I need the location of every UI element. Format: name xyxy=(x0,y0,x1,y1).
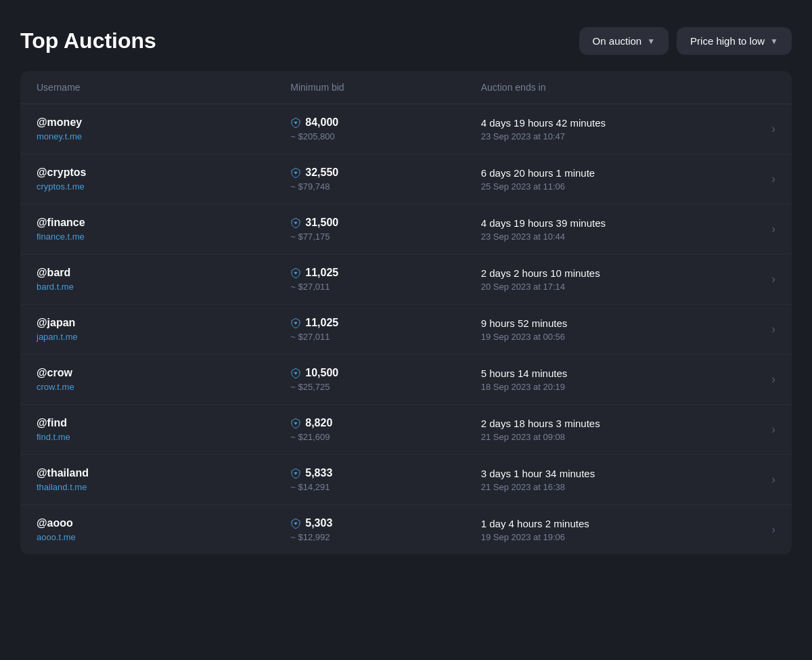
bid-cell: 10,500 ~ $25,725 xyxy=(290,367,480,392)
auction-time: 2 days 18 hours 3 minutes xyxy=(481,418,735,429)
ton-icon xyxy=(290,267,301,278)
auction-date: 23 Sep 2023 at 10:47 xyxy=(481,131,735,141)
userlink: finance.t.me xyxy=(37,232,290,242)
userlink: japan.t.me xyxy=(37,332,290,342)
bid-ton-amount: 11,025 xyxy=(305,267,338,279)
sort-chevron-icon: ▼ xyxy=(770,37,778,46)
bid-cell: 5,303 ~ $12,992 xyxy=(290,517,480,542)
username-cell: @cryptos cryptos.t.me xyxy=(37,167,290,192)
username-cell: @money money.t.me xyxy=(37,116,290,141)
bid-amount: 84,000 xyxy=(290,116,480,129)
filter-label: On auction xyxy=(593,35,642,47)
bid-ton-amount: 84,000 xyxy=(305,116,338,129)
ton-icon xyxy=(290,167,301,178)
username: @thailand xyxy=(37,467,290,479)
userlink: find.t.me xyxy=(37,432,290,442)
row-chevron-icon: › xyxy=(771,122,775,136)
bid-usd: ~ $27,011 xyxy=(290,332,480,342)
userlink: bard.t.me xyxy=(37,282,290,292)
auction-cell: 4 days 19 hours 39 minutes 23 Sep 2023 a… xyxy=(481,217,735,242)
table-row[interactable]: @japan japan.t.me 11,025 ~ $27,011 9 hou… xyxy=(20,305,792,355)
table-row[interactable]: @bard bard.t.me 11,025 ~ $27,011 2 days … xyxy=(20,255,792,305)
auction-date: 21 Sep 2023 at 09:08 xyxy=(481,432,735,442)
col-auction-ends: Auction ends in xyxy=(481,82,735,93)
bid-usd: ~ $79,748 xyxy=(290,181,480,192)
table-body: @money money.t.me 84,000 ~ $205,800 4 da… xyxy=(20,104,792,554)
auction-cell: 6 days 20 hours 1 minute 25 Sep 2023 at … xyxy=(481,167,735,192)
bid-ton-amount: 31,500 xyxy=(305,217,338,229)
header-controls: On auction ▼ Price high to low ▼ xyxy=(579,27,792,55)
auction-date: 23 Sep 2023 at 10:44 xyxy=(481,232,735,242)
username: @japan xyxy=(37,317,290,329)
username-cell: @find find.t.me xyxy=(37,417,290,442)
auction-date: 19 Sep 2023 at 19:06 xyxy=(481,532,735,542)
auction-time: 5 hours 14 minutes xyxy=(481,368,735,379)
username: @bard xyxy=(37,267,290,279)
auction-cell: 5 hours 14 minutes 18 Sep 2023 at 20:19 xyxy=(481,368,735,392)
bid-ton-amount: 5,303 xyxy=(305,517,332,529)
auction-cell: 3 days 1 hour 34 minutes 21 Sep 2023 at … xyxy=(481,468,735,492)
table-row[interactable]: @cryptos cryptos.t.me 32,550 ~ $79,748 6… xyxy=(20,154,792,204)
username-cell: @bard bard.t.me xyxy=(37,267,290,292)
table-row[interactable]: @finance finance.t.me 31,500 ~ $77,175 4… xyxy=(20,204,792,255)
bid-cell: 11,025 ~ $27,011 xyxy=(290,317,480,342)
bid-ton-amount: 32,550 xyxy=(305,167,338,179)
bid-cell: 84,000 ~ $205,800 xyxy=(290,116,480,141)
bid-cell: 32,550 ~ $79,748 xyxy=(290,167,480,192)
auction-time: 3 days 1 hour 34 minutes xyxy=(481,468,735,479)
row-chevron-icon: › xyxy=(771,172,775,186)
ton-icon xyxy=(290,217,301,228)
auction-cell: 9 hours 52 minutes 19 Sep 2023 at 00:56 xyxy=(481,317,735,342)
bid-cell: 31,500 ~ $77,175 xyxy=(290,217,480,242)
userlink: crow.t.me xyxy=(37,382,290,392)
auction-time: 4 days 19 hours 39 minutes xyxy=(481,217,735,229)
bid-amount: 11,025 xyxy=(290,317,480,329)
bid-usd: ~ $77,175 xyxy=(290,232,480,242)
page-title: Top Auctions xyxy=(20,28,156,53)
bid-amount: 11,025 xyxy=(290,267,480,279)
col-action xyxy=(735,82,775,93)
bid-amount: 10,500 xyxy=(290,367,480,379)
userlink: money.t.me xyxy=(37,131,290,141)
row-chevron-icon: › xyxy=(771,523,775,537)
row-chevron-icon: › xyxy=(771,322,775,336)
username: @crow xyxy=(37,367,290,379)
auction-time: 6 days 20 hours 1 minute xyxy=(481,167,735,179)
auction-time: 1 day 4 hours 2 minutes xyxy=(481,518,735,529)
row-chevron-icon: › xyxy=(771,472,775,487)
table-header: Username Minimum bid Auction ends in xyxy=(20,71,792,104)
filter-dropdown[interactable]: On auction ▼ xyxy=(579,27,669,55)
auction-cell: 2 days 18 hours 3 minutes 21 Sep 2023 at… xyxy=(481,418,735,442)
page-header: Top Auctions On auction ▼ Price high to … xyxy=(20,27,792,55)
username: @finance xyxy=(37,217,290,229)
row-chevron-icon: › xyxy=(771,272,775,286)
table-row[interactable]: @thailand thailand.t.me 5,833 ~ $14,291 … xyxy=(20,455,792,505)
row-chevron-icon: › xyxy=(771,372,775,387)
col-min-bid: Minimum bid xyxy=(290,82,480,93)
row-chevron-icon: › xyxy=(771,422,775,437)
ton-icon xyxy=(290,418,301,428)
username-cell: @aooo aooo.t.me xyxy=(37,517,290,542)
bid-usd: ~ $14,291 xyxy=(290,482,480,492)
bid-usd: ~ $21,609 xyxy=(290,432,480,442)
table-row[interactable]: @money money.t.me 84,000 ~ $205,800 4 da… xyxy=(20,104,792,154)
table-row[interactable]: @crow crow.t.me 10,500 ~ $25,725 5 hours… xyxy=(20,355,792,405)
auction-cell: 4 days 19 hours 42 minutes 23 Sep 2023 a… xyxy=(481,117,735,141)
username: @money xyxy=(37,116,290,129)
ton-icon xyxy=(290,468,301,479)
sort-dropdown[interactable]: Price high to low ▼ xyxy=(677,27,792,55)
bid-amount: 31,500 xyxy=(290,217,480,229)
auction-time: 9 hours 52 minutes xyxy=(481,317,735,329)
table-row[interactable]: @find find.t.me 8,820 ~ $21,609 2 days 1… xyxy=(20,405,792,455)
bid-amount: 8,820 xyxy=(290,417,480,429)
userlink: aooo.t.me xyxy=(37,532,290,542)
table-row[interactable]: @aooo aooo.t.me 5,303 ~ $12,992 1 day 4 … xyxy=(20,505,792,554)
bid-usd: ~ $25,725 xyxy=(290,382,480,392)
bid-ton-amount: 5,833 xyxy=(305,467,332,479)
userlink: thailand.t.me xyxy=(37,482,290,492)
bid-usd: ~ $205,800 xyxy=(290,131,480,141)
auctions-table: Username Minimum bid Auction ends in @mo… xyxy=(20,71,792,554)
bid-amount: 5,833 xyxy=(290,467,480,479)
auction-time: 2 days 2 hours 10 minutes xyxy=(481,267,735,279)
username-cell: @finance finance.t.me xyxy=(37,217,290,242)
